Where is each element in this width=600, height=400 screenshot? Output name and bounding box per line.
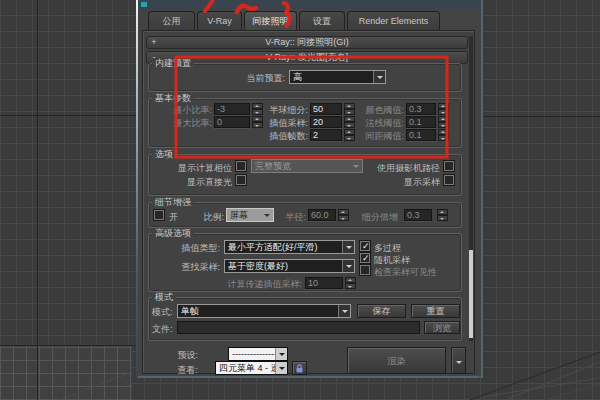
rollout-gi[interactable]: + V-Ray:: 间接照明(GI) — [146, 36, 468, 49]
dist-thresh-field[interactable]: 0.1 — [406, 129, 436, 141]
plus-icon[interactable]: + — [149, 37, 159, 48]
calc-pass-field[interactable]: 10 — [305, 277, 343, 289]
detail-radius-label: 半径: — [280, 212, 306, 222]
reset-button[interactable]: 重置 — [411, 304, 460, 318]
preset-label: 预设: — [168, 350, 198, 360]
interp-type-label: 插值类型: — [164, 243, 220, 253]
current-preset-label: 当前预置: — [200, 73, 285, 83]
normal-thresh-field[interactable]: 0.1 — [406, 116, 436, 128]
hsph-subdivs-field[interactable]: 50 — [310, 103, 342, 115]
chevron-down-icon — [338, 305, 350, 317]
preview-value: 完整预览 — [255, 161, 291, 171]
spin-down-icon[interactable] — [437, 215, 448, 221]
random-samples-label: 随机采样 — [374, 255, 410, 265]
preview-select[interactable]: 完整预览 — [251, 159, 363, 173]
show-direct-light-label: 显示直接光 — [162, 177, 232, 187]
preset-select[interactable]: ----------------- — [228, 347, 288, 361]
group-detail-enhance-label: 细节增强 — [152, 197, 194, 207]
detail-on-label: 开 — [169, 212, 178, 222]
detail-scale-select[interactable]: 屏幕 — [226, 208, 274, 222]
hsph-subdivs-spinner[interactable] — [344, 103, 355, 115]
scrollbar-thumb[interactable] — [469, 250, 473, 338]
group-advanced-label: 高级选项 — [152, 228, 194, 238]
chevron-down-icon — [261, 209, 273, 221]
group-builtin-presets-label: 内建预置 — [152, 58, 194, 68]
spin-down-icon[interactable] — [438, 109, 449, 115]
calc-pass-spinner[interactable] — [345, 277, 356, 289]
interp-samples-field[interactable]: 20 — [310, 116, 342, 128]
spin-down-icon[interactable] — [345, 283, 356, 289]
mode-label: 模式: — [152, 307, 173, 317]
tab-common[interactable]: 公用 — [148, 11, 195, 30]
grid-axis-line — [0, 115, 136, 116]
lookup-value: 基于密度(最好) — [228, 261, 288, 271]
window-icon — [140, 1, 148, 8]
view-label: 查看: — [168, 365, 198, 375]
group-mode-label: 模式 — [152, 292, 176, 302]
tab-indirect-illumination[interactable]: 间接照明 — [244, 11, 297, 30]
chevron-down-icon — [373, 71, 385, 83]
lock-view-button[interactable] — [292, 361, 307, 375]
browse-button[interactable]: 浏览 — [424, 321, 460, 334]
interp-type-select[interactable]: 最小平方适配(好/平滑) — [224, 240, 355, 254]
detail-subdiv-label: 细分倍增 — [362, 212, 398, 222]
color-thresh-spinner[interactable] — [438, 103, 449, 115]
current-preset-select[interactable]: 高 — [289, 70, 386, 84]
spin-down-icon[interactable] — [344, 122, 355, 128]
lookup-select[interactable]: 基于密度(最好) — [224, 259, 355, 273]
random-samples-checkbox[interactable] — [360, 253, 370, 263]
interp-frames-field[interactable]: 2 — [310, 129, 342, 141]
grid-axis-line — [0, 345, 136, 346]
tab-render-elements[interactable]: Render Elements — [347, 11, 440, 30]
normal-thresh-spinner[interactable] — [438, 116, 449, 128]
interp-frames-spinner[interactable] — [344, 129, 355, 141]
chevron-down-icon — [342, 241, 354, 253]
rollout-irradiance-title: V-Ray:: 发光图[无名] — [266, 52, 348, 62]
window-titlebar[interactable] — [138, 0, 481, 9]
dist-thresh-spinner[interactable] — [438, 129, 449, 141]
save-button[interactable]: 保存 — [357, 304, 406, 318]
show-samples-label: 显示采样 — [368, 177, 440, 187]
detail-on-checkbox[interactable] — [154, 210, 164, 220]
show-direct-light-checkbox[interactable] — [236, 175, 246, 185]
spin-down-icon[interactable] — [338, 215, 349, 221]
group-options-label: 选项 — [152, 149, 176, 159]
color-thresh-field[interactable]: 0.3 — [406, 103, 436, 115]
view-select[interactable]: 四元菜单 4 - 透 — [215, 361, 288, 375]
rollout-gi-title: V-Ray:: 间接照明(GI) — [265, 37, 349, 47]
show-samples-checkbox[interactable] — [444, 175, 454, 185]
show-calc-phase-checkbox[interactable] — [236, 161, 246, 171]
mode-value: 单帧 — [181, 306, 199, 316]
spin-down-icon[interactable] — [344, 109, 355, 115]
lock-icon — [295, 364, 304, 373]
chevron-down-icon — [275, 362, 287, 374]
detail-radius-field[interactable]: 60.0 — [308, 209, 336, 221]
camera-path-label: 使用摄影机路径 — [368, 163, 440, 173]
file-label: 文件: — [152, 324, 173, 334]
render-button[interactable]: 渲染 — [347, 347, 446, 374]
screen: 公用 V-Ray 间接照明 设置 Render Elements + V-Ray… — [0, 0, 600, 400]
multipass-label: 多过程 — [374, 243, 401, 253]
camera-path-checkbox[interactable] — [444, 161, 454, 171]
max-rate-field[interactable]: 0 — [214, 116, 250, 128]
mode-select[interactable]: 单帧 — [177, 304, 351, 318]
file-input[interactable] — [177, 321, 420, 334]
detail-subdiv-field[interactable]: 0.3 — [404, 209, 432, 221]
render-flyout-button[interactable] — [451, 347, 466, 374]
interp-frames-label: 插值帧数: — [248, 131, 308, 141]
spin-down-icon[interactable] — [438, 122, 449, 128]
detail-radius-spinner[interactable] — [338, 209, 349, 221]
check-visibility-checkbox[interactable] — [360, 265, 370, 275]
multipass-checkbox[interactable] — [360, 241, 370, 251]
interp-samples-spinner[interactable] — [344, 116, 355, 128]
chevron-down-icon — [342, 260, 354, 272]
min-rate-field[interactable]: -3 — [214, 103, 250, 115]
spin-down-icon[interactable] — [438, 135, 449, 141]
viewport-grid-corner — [0, 346, 132, 400]
tab-settings[interactable]: 设置 — [299, 11, 345, 30]
detail-subdiv-spinner[interactable] — [437, 209, 448, 221]
grid-axis-line — [483, 116, 600, 117]
calc-pass-label: 计算传递插值采样: — [210, 279, 302, 289]
tab-vray[interactable]: V-Ray — [197, 11, 242, 30]
spin-down-icon[interactable] — [344, 135, 355, 141]
